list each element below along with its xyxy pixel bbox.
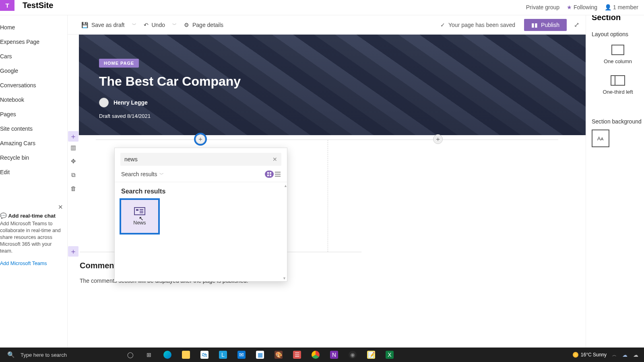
save-icon: 💾 xyxy=(81,22,88,28)
site-title[interactable]: TestSite xyxy=(23,1,53,10)
app-icon-l[interactable]: L xyxy=(219,351,227,359)
nav-google[interactable]: Google xyxy=(0,64,67,78)
save-draft-chevron-icon[interactable]: ﹀ xyxy=(130,22,139,28)
calculator-icon[interactable]: ▦ xyxy=(256,351,264,359)
following-toggle[interactable]: ★ Following xyxy=(567,4,597,10)
undo-button[interactable]: ↶Undo xyxy=(141,20,167,30)
webpart-news[interactable]: News ↖ xyxy=(121,200,158,233)
list-view-icon[interactable] xyxy=(275,172,281,177)
publish-button[interactable]: ▮▮Publish xyxy=(524,19,567,31)
onenote-icon[interactable]: N xyxy=(330,351,338,359)
cortana-icon[interactable]: ⊞ xyxy=(145,351,153,359)
panel-title: Section xyxy=(592,15,644,22)
sun-icon xyxy=(573,352,578,358)
view-toggle[interactable] xyxy=(265,171,281,178)
onedrive-icon-2[interactable]: ☁ xyxy=(633,352,638,358)
promo-link[interactable]: Add Microsoft Teams xyxy=(0,261,65,266)
app-icon-paint[interactable]: 🎨 xyxy=(275,351,283,359)
scroll-down-icon[interactable]: ▼ xyxy=(283,276,286,280)
nav-site-contents[interactable]: Site contents xyxy=(0,121,67,136)
delete-icon[interactable]: 🗑 xyxy=(70,185,76,192)
save-as-draft-button[interactable]: 💾Save as draft xyxy=(79,20,127,30)
undo-chevron-icon[interactable]: ﹀ xyxy=(170,22,179,28)
check-icon: ✓ xyxy=(440,22,445,28)
taskbar-search[interactable]: 🔍 Type here to search xyxy=(0,351,121,358)
site-logo[interactable]: T xyxy=(0,0,14,11)
privacy-label: Private group xyxy=(526,4,559,10)
excel-icon[interactable]: X xyxy=(386,351,394,359)
promo-title: 💬 Add real-time chat xyxy=(0,212,65,219)
left-nav: Home Expenses Page Cars Google Conversat… xyxy=(0,15,68,348)
publish-icon: ▮▮ xyxy=(531,22,538,28)
search-results-heading: Search results xyxy=(121,188,281,195)
layout-one-column[interactable]: One column xyxy=(592,41,644,72)
nav-notebook[interactable]: Notebook xyxy=(0,93,67,107)
weather-widget[interactable]: 16°C Sunny xyxy=(573,352,607,358)
mail-icon[interactable]: ✉ xyxy=(237,351,246,359)
task-view-icon[interactable]: ◯ xyxy=(126,351,134,359)
grid-view-icon[interactable] xyxy=(265,171,274,178)
section-properties-panel: Section Layout options One column One-th… xyxy=(586,15,644,348)
nav-cars[interactable]: Cars xyxy=(0,49,67,64)
clear-search-icon[interactable]: ✕ xyxy=(272,156,277,162)
nav-conversations[interactable]: Conversations xyxy=(0,78,67,93)
layout-one-third-left[interactable]: One-third left xyxy=(592,72,644,103)
chevron-down-icon: ﹀ xyxy=(159,171,164,177)
draft-timestamp: Draft saved 8/14/2021 xyxy=(99,113,586,119)
avatar xyxy=(99,98,109,107)
undo-icon: ↶ xyxy=(144,22,149,28)
add-section-button-2[interactable]: ＋ xyxy=(68,246,78,257)
add-webpart-right-button[interactable]: ＋ xyxy=(433,134,443,144)
taskbar-search-placeholder: Type here to search xyxy=(21,352,67,358)
nav-amazing-cars[interactable]: Amazing Cars xyxy=(0,136,67,150)
layout-icon[interactable]: ▥ xyxy=(70,144,76,151)
page-details-button[interactable]: ⚙Page details xyxy=(182,20,226,30)
promo-text: Add Microsoft Teams to collaborate in re… xyxy=(0,220,65,254)
edge-icon[interactable] xyxy=(163,351,171,359)
copy-icon[interactable]: ⧉ xyxy=(71,171,76,179)
hero-title[interactable]: The Best Car Company xyxy=(99,74,586,89)
close-promo-icon[interactable]: ✕ xyxy=(0,204,67,211)
section-divider xyxy=(96,140,558,140)
app-icon-todo[interactable]: ☰ xyxy=(293,351,301,359)
store-icon[interactable]: 🛍 xyxy=(200,351,208,359)
search-icon: 🔍 xyxy=(7,351,15,358)
background-option[interactable]: Aᴀ xyxy=(592,130,609,147)
two-column-section: ＋ ＋ ✕ Search results﹀ xyxy=(79,135,586,252)
search-results-filter[interactable]: Search results﹀ xyxy=(121,171,164,177)
add-webpart-left-button[interactable]: ＋ xyxy=(196,134,205,144)
section-background-label: Section background xyxy=(592,118,644,125)
hero-banner[interactable]: HOME PAGE The Best Car Company Henry Leg… xyxy=(79,35,586,135)
star-icon: ★ xyxy=(567,4,572,10)
hero-badge: HOME PAGE xyxy=(99,59,139,68)
windows-taskbar: 🔍 Type here to search ◯ ⊞ 🛍 L ✉ ▦ 🎨 ☰ N … xyxy=(0,348,644,362)
expand-icon[interactable]: ⤢ xyxy=(574,21,579,29)
file-explorer-icon[interactable] xyxy=(182,351,190,359)
one-column-label: One column xyxy=(604,58,632,65)
app-icon-notes[interactable]: 📝 xyxy=(367,351,375,359)
members-count[interactable]: 👤 1 member xyxy=(605,4,638,10)
news-icon xyxy=(134,207,145,215)
nav-pages[interactable]: Pages xyxy=(0,107,67,121)
webpart-search-input[interactable] xyxy=(124,156,272,162)
webpart-picker: ✕ Search results﹀ ▲ Search xyxy=(114,148,287,282)
nav-edit[interactable]: Edit xyxy=(0,165,67,179)
webpart-search-box[interactable]: ✕ xyxy=(120,153,281,166)
nav-expenses[interactable]: Expenses Page xyxy=(0,35,67,49)
one-third-left-icon xyxy=(611,75,625,86)
nav-recycle-bin[interactable]: Recycle bin xyxy=(0,150,67,165)
one-column-icon xyxy=(611,45,624,55)
nav-home[interactable]: Home xyxy=(0,20,67,35)
obs-icon[interactable]: ◉ xyxy=(349,351,357,359)
tray-chevron-icon[interactable]: ︿ xyxy=(612,352,617,358)
command-bar: 💾Save as draft ﹀ ↶Undo ﹀ ⚙Page details ✓… xyxy=(68,15,586,35)
layout-options-label: Layout options xyxy=(592,31,644,37)
onedrive-icon[interactable]: ☁ xyxy=(622,352,627,358)
one-third-left-label: One-third left xyxy=(603,89,633,95)
add-section-button[interactable]: ＋ xyxy=(68,131,78,142)
chat-icon: 💬 xyxy=(0,213,7,219)
move-icon[interactable]: ✥ xyxy=(71,158,76,165)
chrome-icon[interactable] xyxy=(312,351,320,359)
webpart-news-label: News xyxy=(133,220,146,226)
picker-scrollbar[interactable]: ▲ xyxy=(284,184,286,280)
